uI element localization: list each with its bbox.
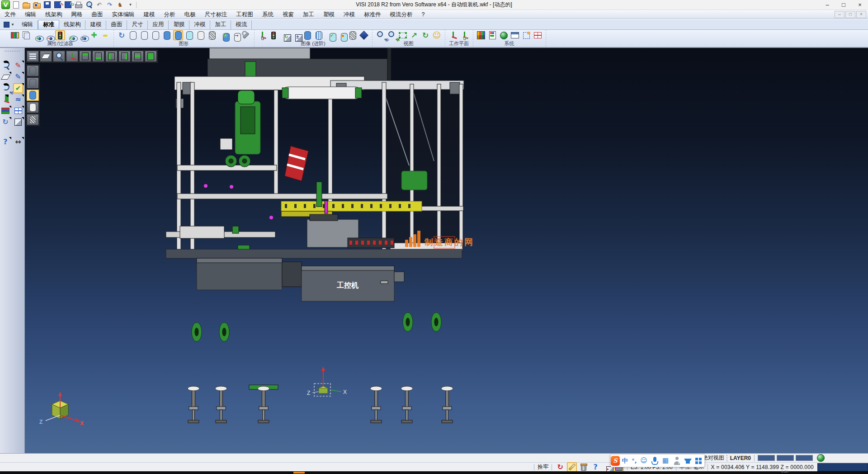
- color-table-icon[interactable]: [476, 30, 486, 40]
- refresh-shading-icon[interactable]: [218, 30, 228, 40]
- menu-item-实体编辑[interactable]: 实体编辑: [108, 11, 139, 18]
- dynamic-rotate-icon[interactable]: ↻: [420, 30, 430, 40]
- menu-item-塑模[interactable]: 塑模: [319, 11, 339, 18]
- solid-image-icon[interactable]: [302, 30, 312, 40]
- ime-keyboard-icon[interactable]: ▦: [661, 456, 670, 466]
- taskbar-item[interactable]: [293, 472, 305, 474]
- menu-item-视窗[interactable]: 视窗: [278, 11, 298, 18]
- view-top-button[interactable]: [79, 51, 91, 62]
- dynamic-pan-icon[interactable]: ↗: [409, 30, 419, 40]
- minimize-button[interactable]: –: [819, 0, 835, 9]
- close-button[interactable]: ×: [852, 0, 868, 9]
- dashed-hidden-view-icon[interactable]: [151, 30, 160, 40]
- menu-item-线架构[interactable]: 线架构: [41, 11, 67, 18]
- wireframe-view-icon[interactable]: [128, 30, 138, 40]
- validate-image-icon[interactable]: [325, 30, 335, 40]
- menu-item-工程图[interactable]: 工程图: [232, 11, 258, 18]
- image-filters-icon[interactable]: [269, 30, 278, 40]
- copy-properties-icon[interactable]: [21, 30, 31, 40]
- tab-标准[interactable]: 标准: [38, 20, 59, 29]
- menu-item-系统[interactable]: 系统: [258, 11, 278, 18]
- curve-edit-icon[interactable]: ✎: [13, 72, 23, 82]
- display-wireframe-button[interactable]: [27, 65, 39, 76]
- add-to-view-icon[interactable]: ✚: [89, 30, 99, 40]
- dynamic-image-icon[interactable]: [257, 30, 267, 40]
- attribute-table-icon[interactable]: [510, 30, 520, 40]
- refresh-selection-icon[interactable]: ↻: [555, 462, 565, 472]
- graphics-settings-icon[interactable]: [241, 30, 251, 40]
- color-swatch-2-icon[interactable]: [777, 455, 794, 461]
- hide-elements-icon[interactable]: [44, 30, 54, 40]
- zoom-fit-icon[interactable]: [387, 30, 396, 40]
- sidebar-grip[interactable]: [5, 49, 20, 53]
- menu-item-曲面[interactable]: 曲面: [87, 11, 108, 18]
- 3d-viewport[interactable]: 工控机: [25, 48, 868, 453]
- view-plane-button[interactable]: [40, 51, 52, 62]
- save-all-icon[interactable]: [64, 0, 72, 9]
- tab-曲面[interactable]: 曲面: [106, 20, 127, 29]
- spline-tool-icon[interactable]: ≈: [13, 95, 23, 104]
- view-menu-button[interactable]: [27, 51, 39, 62]
- color-swatch-3-icon[interactable]: [796, 455, 813, 461]
- menu-item-模流分析[interactable]: 模流分析: [386, 11, 417, 18]
- machine-3d-model[interactable]: 工控机: [25, 48, 868, 453]
- ime-skin-icon[interactable]: [683, 456, 692, 466]
- tab-编辑[interactable]: 编辑: [17, 20, 38, 29]
- open-recent-icon[interactable]: [33, 0, 41, 9]
- striped-image-icon[interactable]: [314, 30, 324, 40]
- regenerate-icon[interactable]: ↻: [0, 117, 10, 127]
- tab-冲模[interactable]: 冲模: [189, 20, 210, 29]
- confirm-selection-icon[interactable]: ✔: [13, 83, 23, 93]
- zoom-options-icon[interactable]: [0, 83, 10, 93]
- workplane-auto-icon[interactable]: [459, 30, 469, 40]
- print-icon[interactable]: [74, 0, 83, 9]
- zoom-window-icon[interactable]: [398, 30, 408, 40]
- menu-item-网格[interactable]: 网格: [67, 11, 87, 18]
- sogou-logo-icon[interactable]: S: [611, 456, 620, 466]
- view-iso-button[interactable]: [145, 51, 157, 62]
- window-layout-icon[interactable]: [13, 106, 23, 116]
- view-axes-button[interactable]: [66, 51, 78, 62]
- element-properties-icon[interactable]: [10, 30, 20, 40]
- hidden-line-view-icon[interactable]: [139, 30, 149, 40]
- color-swatch-1-icon[interactable]: [758, 455, 775, 461]
- workplane-define-icon[interactable]: [448, 30, 458, 40]
- toggle-visibility-icon[interactable]: [78, 30, 88, 40]
- selection-filters-icon[interactable]: [55, 30, 65, 40]
- view-left-button[interactable]: [105, 51, 118, 62]
- tab-尺寸[interactable]: 尺寸: [127, 20, 148, 29]
- view-right-button[interactable]: [118, 51, 131, 62]
- mdi-minimize-button[interactable]: –: [835, 11, 844, 18]
- zoom-in-out-icon[interactable]: [375, 30, 385, 40]
- redo-icon[interactable]: ↷: [105, 0, 114, 9]
- hatched-view-icon[interactable]: [207, 30, 217, 40]
- transparent-view-icon[interactable]: [184, 30, 194, 40]
- layer-manager-icon[interactable]: [0, 106, 10, 116]
- remove-from-view-icon[interactable]: ▬: [100, 30, 110, 40]
- tab-线架构[interactable]: 线架构: [59, 20, 86, 29]
- display-flat-button[interactable]: [27, 102, 39, 113]
- world-globe-icon[interactable]: [816, 453, 826, 463]
- view-front-button[interactable]: [132, 51, 144, 62]
- absolute-view-label[interactable]: 绝对视图: [703, 454, 724, 462]
- ime-language-toggle[interactable]: 中: [620, 456, 629, 466]
- menu-item-冲模[interactable]: 冲模: [339, 11, 359, 18]
- tab-建模[interactable]: 建模: [85, 20, 106, 29]
- tab-应用[interactable]: 应用: [148, 20, 169, 29]
- view-bottom-button[interactable]: [92, 51, 104, 62]
- ime-profile-icon[interactable]: [672, 456, 681, 466]
- mdi-restore-button[interactable]: □: [845, 11, 855, 18]
- system-preferences-icon[interactable]: [487, 30, 497, 40]
- shading-quality-icon[interactable]: ☺: [432, 30, 442, 40]
- menu-item-编辑[interactable]: 编辑: [20, 11, 41, 18]
- refresh-image-icon[interactable]: [280, 30, 290, 40]
- plane-select-icon[interactable]: [0, 72, 10, 82]
- hatch-image-icon[interactable]: [348, 30, 358, 40]
- magic-select-icon[interactable]: [567, 462, 577, 472]
- shaded-edges-view-icon[interactable]: [173, 30, 183, 40]
- delete-elements-icon[interactable]: [579, 462, 589, 472]
- menu-item-分析[interactable]: 分析: [160, 11, 180, 18]
- shaded-view-icon[interactable]: [162, 30, 172, 40]
- tag-image-icon[interactable]: [336, 30, 346, 40]
- menu-item-建模[interactable]: 建模: [139, 11, 160, 18]
